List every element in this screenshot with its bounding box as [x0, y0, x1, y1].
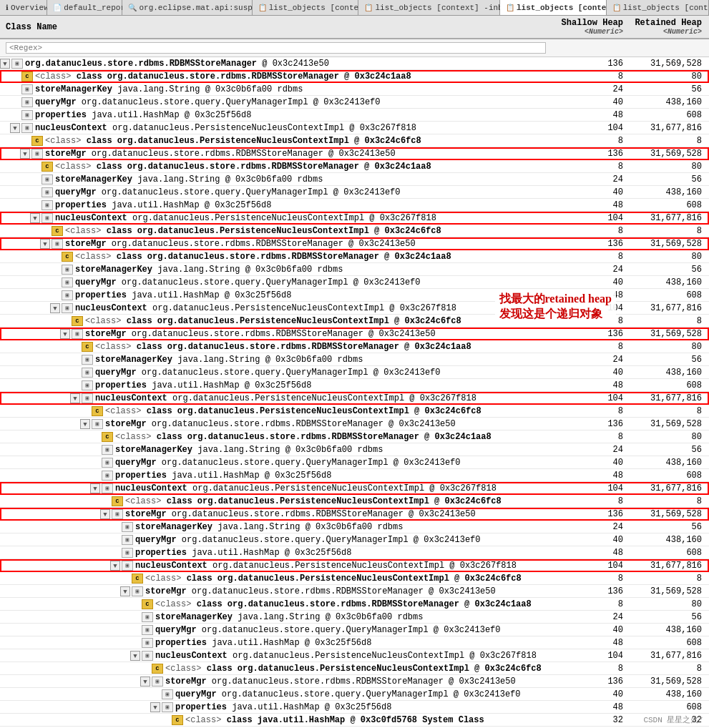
table-row[interactable]: ▼▣storeMgr org.datanucl​eus.store.rdbms.… — [0, 418, 709, 431]
table-row[interactable]: ▼▣nucleusContext org.datanucl​eus.Persis… — [0, 649, 709, 662]
table-row[interactable]: ▣storeManagerKey java.lang.String @ 0x3c… — [0, 173, 709, 186]
tab-suspects[interactable]: 🔍org.eclipse.mat.api:suspects — [122, 0, 252, 15]
table-row[interactable]: C<class> class org.datanucl​eus.Persiste… — [0, 662, 709, 675]
table-row[interactable]: ▣properties java.util.HashMap @ 0x3c25f5… — [0, 109, 709, 122]
table-row[interactable]: ▣queryMgr org.datanucl​eus.store.query.Q… — [0, 366, 709, 379]
row-wrapper-51: C<class> class java.util.HashMap @ 0x3c0… — [0, 714, 709, 727]
table-row[interactable]: ▣queryMgr org.datanucl​eus.store.query.Q… — [0, 688, 709, 701]
expand-btn[interactable]: ▼ — [60, 329, 70, 339]
table-row[interactable]: ▼▣storeMgr org.datanucl​eus.store.rdbms.… — [0, 328, 709, 340]
expand-btn[interactable]: ▼ — [80, 419, 90, 429]
table-row[interactable]: ▼▣storeMgr org.datanucl​eus.store.rdbms.… — [0, 237, 709, 250]
table-row[interactable]: C<class> class org.datanucl​eus.Persiste… — [0, 572, 709, 585]
table-row[interactable]: C<class> class org.datanucl​eus.store.rd… — [0, 431, 709, 443]
node-text-3: queryMgr org.datanucl​eus.store.query.Qu… — [35, 97, 380, 107]
table-row[interactable]: C<class> class org.datanucl​eus.store.rd… — [0, 70, 709, 83]
expand-btn[interactable]: ▼ — [120, 586, 130, 596]
row-wrapper-41: ▼▣storeMgr org.datanucl​eus.store.rdbms.… — [0, 585, 709, 598]
table-row[interactable]: C<class> class org.datanucl​eus.store.rd… — [0, 250, 709, 263]
table-row[interactable]: ▣queryMgr org.datanucl​eus.store.query.Q… — [0, 186, 709, 199]
table-row[interactable]: ▣queryMgr org.datanucl​eus.store.query.Q… — [0, 96, 709, 109]
cell-retained-15: 80 — [630, 252, 709, 262]
table-row[interactable]: ▼▣nucleusContext org.datanucl​eus.Persis… — [0, 212, 709, 225]
cell-shallow-6: 8 — [552, 136, 630, 146]
cell-shallow-28: 136 — [552, 419, 630, 429]
table-row[interactable]: ▣properties java.util.HashMap @ 0x3c25f5… — [0, 469, 709, 482]
table-row[interactable]: ▼▣properties java.util.HashMap @ 0x3c25f… — [0, 701, 709, 714]
cell-name-19: ▼▣nucleusContext org.datanucl​eus.Persis… — [0, 302, 552, 314]
cell-retained-16: 56 — [630, 265, 709, 275]
cell-retained-27: 8 — [630, 406, 709, 416]
tab-list3[interactable]: 📋list_objects [context] — [500, 0, 607, 15]
expand-btn[interactable]: ▼ — [100, 509, 110, 519]
expand-btn[interactable]: ▼ — [150, 702, 160, 712]
table-row[interactable]: ▣queryMgr org.datanucl​eus.store.query.Q… — [0, 456, 709, 469]
table-row[interactable]: C<class> class org.datanucl​eus.Persiste… — [0, 405, 709, 418]
table-row[interactable]: ▣properties java.util.HashMap @ 0x3c25f5… — [0, 546, 709, 559]
tab-icon-list4: 📋 — [612, 4, 621, 12]
cell-shallow-2: 24 — [552, 84, 630, 94]
table-row[interactable]: ▣storeManagerKey java.lang.String @ 0x3c… — [0, 83, 709, 96]
expand-btn[interactable]: ▼ — [40, 239, 50, 249]
filter-classname-input[interactable] — [6, 42, 546, 54]
table-row[interactable]: C<class> class java.util.HashMap @ 0x3c0… — [0, 714, 709, 727]
table-row[interactable]: C<class> class org.datanucl​eus.store.rd… — [0, 160, 709, 173]
table-row[interactable]: ▣storeManagerKey java.lang.String @ 0x3c… — [0, 521, 709, 533]
table-row[interactable]: ▣properties java.util.HashMap @ 0x3c25f5… — [0, 199, 709, 212]
expand-btn[interactable]: ▼ — [130, 651, 140, 661]
expand-btn[interactable]: ▼ — [70, 393, 80, 403]
table-row[interactable]: ▼▣nucleusContext org.datanucl​eus.Persis… — [0, 482, 709, 495]
cell-retained-35: 31,569,528 — [630, 509, 709, 519]
node-text-10: queryMgr org.datanucl​eus.store.query.Qu… — [55, 187, 400, 197]
tab-list1[interactable]: 📋list_objects [context] — [253, 0, 359, 15]
cell-name-2: ▣storeManagerKey java.lang.String @ 0x3c… — [0, 84, 552, 95]
table-row[interactable]: ▼▣storeMgr org.datanucl​eus.store.rdbms.… — [0, 147, 709, 160]
cell-name-45: ▣properties java.util.HashMap @ 0x3c25f5… — [0, 637, 552, 649]
cell-shallow-49: 40 — [552, 689, 630, 699]
cell-name-13: C<class> class org.datanucl​eus.Persiste… — [0, 225, 552, 237]
table-row[interactable]: ▼▣nucleusContext org.datanucl​eus.Persis… — [0, 392, 709, 405]
table-row[interactable]: ▼▣nucleusContext org.datanucl​eus.Persis… — [0, 122, 709, 134]
class-icon: C — [41, 162, 53, 172]
table-row[interactable]: ▼▣storeMgr org.datanucl​eus.store.rdbms.… — [0, 675, 709, 688]
tab-overview[interactable]: ℹOverview — [0, 0, 47, 15]
field-icon: ▣ — [152, 677, 163, 687]
expand-btn[interactable]: ▼ — [110, 561, 120, 571]
table-row[interactable]: ▣queryMgr org.datanucl​eus.store.query.Q… — [0, 276, 709, 289]
cell-shallow-35: 136 — [552, 509, 630, 519]
expand-btn[interactable]: ▼ — [140, 677, 150, 687]
row-wrapper-28: ▼▣storeMgr org.datanucl​eus.store.rdbms.… — [0, 418, 709, 431]
table-row[interactable]: ▣queryMgr org.datanucl​eus.store.query.Q… — [0, 624, 709, 636]
expand-btn[interactable]: ▼ — [0, 59, 10, 69]
field-icon: ▣ — [122, 548, 133, 558]
table-row[interactable]: ▼▣storeMgr org.datanucl​eus.store.rdbms.… — [0, 508, 709, 521]
table-row[interactable]: ▣storeManagerKey java.lang.String @ 0x3c… — [0, 611, 709, 624]
table-row[interactable]: ▣storeManagerKey java.lang.String @ 0x3c… — [0, 353, 709, 366]
expand-btn[interactable]: ▼ — [90, 483, 100, 493]
table-row[interactable]: C<class> class org.datanucl​eus.Persiste… — [0, 225, 709, 237]
table-row[interactable]: ▼▣storeMgr org.datanucl​eus.store.rdbms.… — [0, 585, 709, 598]
table-row[interactable]: ▣storeManagerKey java.lang.String @ 0x3c… — [0, 263, 709, 276]
table-row[interactable]: ▣properties java.util.HashMap @ 0x3c25f5… — [0, 379, 709, 392]
expand-btn[interactable]: ▼ — [50, 303, 60, 313]
table-row[interactable]: ▼▣nucleusContext org.datanucl​eus.Persis… — [0, 559, 709, 572]
tab-list2[interactable]: 📋list_objects [context] -inbound — [358, 0, 500, 15]
table-row[interactable]: C<class> class org.datanucl​eus.Persiste… — [0, 495, 709, 508]
node-text-6: <class> class org.datanucl​eus.Persisten… — [45, 136, 421, 146]
tab-default_report[interactable]: 📄default_report — [47, 0, 122, 15]
tab-list4[interactable]: 📋list_objects [cont... — [607, 0, 709, 15]
table-row[interactable]: ▼▣org.datanucl​eus.store.rdbms.RDBMSStor… — [0, 57, 709, 70]
table-row[interactable]: ▣storeManagerKey java.lang.String @ 0x3c… — [0, 443, 709, 456]
class-icon: C — [62, 252, 73, 262]
table-row[interactable]: ▣queryMgr org.datanucl​eus.store.query.Q… — [0, 533, 709, 546]
expand-btn[interactable]: ▼ — [30, 213, 40, 223]
table-row[interactable]: ▣properties java.util.HashMap @ 0x3c25f5… — [0, 636, 709, 649]
row-wrapper-50: ▼▣properties java.util.HashMap @ 0x3c25f… — [0, 701, 709, 714]
expand-btn[interactable]: ▼ — [20, 149, 30, 159]
expand-btn[interactable]: ▼ — [10, 123, 20, 133]
field-icon: ▣ — [62, 290, 73, 300]
tab-icon-list1: 📋 — [258, 4, 267, 12]
table-row[interactable]: C<class> class org.datanucl​eus.Persiste… — [0, 134, 709, 147]
table-row[interactable]: C<class> class org.datanucl​eus.store.rd… — [0, 340, 709, 353]
table-row[interactable]: C<class> class org.datanucl​eus.store.rd… — [0, 598, 709, 611]
